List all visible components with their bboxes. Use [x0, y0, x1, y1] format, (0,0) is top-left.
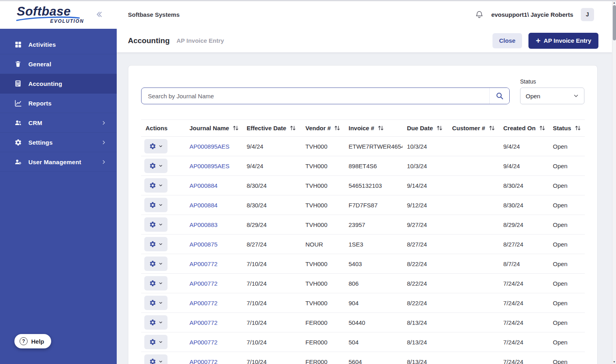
sidebar-item-reports[interactable]: Reports	[0, 93, 117, 113]
journal-name-link[interactable]: AP000772	[189, 280, 217, 287]
column-header-status[interactable]: Status	[548, 120, 585, 137]
sidebar-item-general[interactable]: General	[0, 54, 117, 74]
effective-date-cell: 8/30/24	[242, 195, 301, 215]
row-actions-button[interactable]	[144, 139, 167, 153]
journal-name-link[interactable]: AP000875	[189, 241, 217, 248]
table-row: AP000883 8/29/24 TVH000 23957 9/27/24 8/…	[141, 215, 585, 235]
row-actions-button[interactable]	[144, 257, 167, 271]
sidebar-item-accounting[interactable]: Accounting	[0, 74, 117, 93]
search-button[interactable]	[489, 88, 509, 104]
journal-name-link[interactable]: AP000772	[189, 319, 217, 326]
row-actions-button[interactable]	[144, 159, 167, 173]
journal-name-link[interactable]: AP000772	[189, 261, 217, 267]
sidebar-item-settings[interactable]: Settings	[0, 133, 117, 152]
avatar[interactable]: J	[581, 8, 594, 21]
column-header-vendor[interactable]: Vendor #	[301, 120, 344, 137]
journal-name-link[interactable]: AP000895AES	[189, 163, 229, 169]
status-select[interactable]: Open	[520, 88, 584, 104]
sidebar-collapse-button[interactable]	[95, 10, 103, 18]
effective-date-cell: 7/10/24	[242, 332, 301, 352]
notification-bell-icon[interactable]	[475, 10, 484, 19]
journal-name-link[interactable]: AP000884	[189, 202, 217, 209]
journal-name-link[interactable]: AP000772	[189, 300, 217, 306]
status-cell: Open	[548, 293, 585, 313]
table-row: AP000884 8/30/24 TVH000 5465132103 9/14/…	[141, 176, 585, 195]
user-gear-icon	[14, 158, 22, 166]
sidebar-item-activities[interactable]: Activities	[0, 35, 117, 54]
page-actions: Close + AP Invoice Entry	[492, 33, 598, 49]
row-actions-button[interactable]	[144, 354, 167, 364]
customer-cell	[448, 235, 499, 254]
sort-icon[interactable]	[489, 125, 495, 131]
created-on-cell: 7/24/24	[499, 352, 548, 364]
journal-name-link[interactable]: AP000772	[189, 339, 217, 346]
search-box	[141, 88, 510, 104]
effective-date-cell: 7/10/24	[242, 352, 301, 364]
chevron-right-icon	[101, 140, 106, 145]
sidebar-item-user-management[interactable]: User Management	[0, 152, 117, 172]
due-date-cell: 10/3/24	[403, 156, 448, 176]
journal-name-link[interactable]: AP000772	[189, 358, 217, 364]
effective-date-cell: 7/10/24	[242, 313, 301, 332]
column-header-created-on[interactable]: Created On	[499, 120, 548, 137]
row-actions-button[interactable]	[144, 217, 167, 232]
vendor-cell: TVH000	[301, 254, 344, 274]
effective-date-cell: 9/4/24	[242, 137, 301, 156]
vendor-cell: FER000	[301, 332, 344, 352]
chevron-right-icon	[101, 120, 106, 125]
nav-label: User Management	[28, 159, 81, 165]
search-input[interactable]	[142, 88, 489, 104]
calculator-icon	[14, 80, 22, 87]
ap-invoice-entry-button[interactable]: + AP Invoice Entry	[528, 33, 598, 49]
row-actions-button[interactable]	[144, 237, 167, 251]
column-header-invoice[interactable]: Invoice #	[344, 120, 403, 137]
gear-icon	[14, 139, 22, 146]
customer-cell	[448, 313, 499, 332]
column-header-due-date[interactable]: Due Date	[403, 120, 448, 137]
status-filter: Status Open	[520, 78, 584, 104]
app-title: Softbase Systems	[128, 11, 179, 18]
gear-icon	[149, 319, 156, 326]
sort-icon[interactable]	[290, 125, 296, 131]
journal-name-link[interactable]: AP000895AES	[189, 143, 229, 150]
gear-icon	[149, 280, 156, 287]
row-actions-button[interactable]	[144, 296, 167, 310]
row-actions-button[interactable]	[144, 198, 167, 212]
help-button[interactable]: ? Help	[14, 334, 51, 348]
sort-icon[interactable]	[233, 125, 239, 131]
sort-icon[interactable]	[378, 125, 384, 131]
close-button[interactable]: Close	[492, 33, 522, 48]
vendor-cell: NOUR	[301, 235, 344, 254]
sort-icon[interactable]	[539, 125, 545, 131]
vertical-scrollbar[interactable]: ▲ ▼	[612, 0, 616, 364]
grid-icon	[14, 41, 22, 48]
journal-name-link[interactable]: AP000883	[189, 221, 217, 228]
due-date-cell: 10/3/24	[403, 137, 448, 156]
gear-icon	[149, 221, 156, 228]
created-on-cell: 8/30/24	[499, 176, 548, 195]
top-edge-strip	[0, 0, 616, 1]
sort-icon[interactable]	[334, 125, 340, 131]
row-actions-button[interactable]	[144, 178, 167, 193]
column-header-actions: Actions	[141, 120, 185, 137]
status-cell: Open	[548, 254, 585, 274]
sort-icon[interactable]	[437, 125, 443, 131]
scrollbar-thumb[interactable]	[613, 5, 616, 40]
logo-area: Softbase EVOLUTION	[0, 0, 117, 29]
effective-date-cell: 8/30/24	[242, 176, 301, 195]
created-on-cell: 8/30/24	[499, 195, 548, 215]
ap-invoice-entry-label: AP Invoice Entry	[544, 37, 591, 44]
sort-icon[interactable]	[575, 125, 581, 131]
search-icon	[496, 92, 504, 100]
column-header-journal-name[interactable]: Journal Name	[185, 120, 242, 137]
row-actions-button[interactable]	[144, 276, 167, 290]
column-header-customer[interactable]: Customer #	[448, 120, 499, 137]
due-date-cell: 8/27/24	[403, 235, 448, 254]
scrollbar-down-arrow[interactable]: ▼	[612, 359, 616, 364]
journal-name-link[interactable]: AP000884	[189, 182, 217, 189]
column-header-effective-date[interactable]: Effective Date	[242, 120, 301, 137]
row-actions-button[interactable]	[144, 315, 167, 330]
row-actions-button[interactable]	[144, 335, 167, 349]
sidebar-item-crm[interactable]: CRM	[0, 113, 117, 133]
effective-date-cell: 7/10/24	[242, 293, 301, 313]
